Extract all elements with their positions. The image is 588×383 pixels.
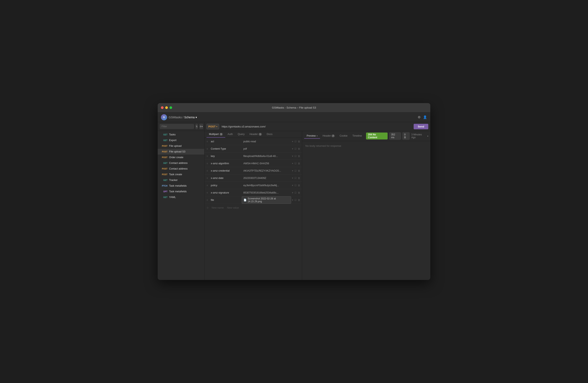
- settings-button[interactable]: ⚙: [418, 115, 420, 119]
- url-input[interactable]: [221, 124, 412, 129]
- param-delete-button[interactable]: 🗑: [298, 169, 300, 172]
- param-dropdown-button[interactable]: ▾: [292, 177, 293, 179]
- new-param-value[interactable]: New value: [225, 205, 240, 211]
- param-check-button[interactable]: ☑: [294, 199, 297, 201]
- sidebar-item[interactable]: PTCH Task metafields: [158, 183, 204, 189]
- param-delete-button[interactable]: 🗑: [298, 199, 300, 201]
- param-delete-button[interactable]: 🗑: [298, 177, 300, 179]
- param-check-button[interactable]: ☑: [294, 184, 297, 187]
- response-tab[interactable]: Cookie: [337, 133, 350, 139]
- method-badge: OPT: [160, 191, 168, 193]
- request-tab[interactable]: Multipart9: [207, 131, 225, 138]
- param-dropdown-button[interactable]: ▾: [292, 199, 293, 201]
- param-value-input[interactable]: [242, 153, 291, 159]
- param-name-input[interactable]: [209, 153, 242, 159]
- drag-handle-icon: ≡: [205, 169, 209, 172]
- param-name-input[interactable]: [209, 168, 242, 173]
- param-check-button[interactable]: ☑: [294, 169, 297, 172]
- sidebar-item[interactable]: POST Task create: [158, 172, 204, 177]
- param-name-input[interactable]: [209, 190, 242, 195]
- param-dropdown-button[interactable]: ▾: [292, 184, 293, 187]
- request-tab[interactable]: Docs: [264, 131, 275, 138]
- param-check-button[interactable]: ☑: [294, 140, 297, 143]
- param-value-input[interactable]: [242, 190, 291, 195]
- param-check-button[interactable]: ☑: [294, 191, 297, 194]
- method-badge: PTCH: [160, 185, 168, 187]
- sidebar-item[interactable]: GET Tasks: [158, 132, 204, 137]
- param-row: ≡ ▾ ☑ 🗑: [205, 182, 302, 189]
- param-value-input[interactable]: [242, 146, 291, 152]
- param-name-input[interactable]: [209, 139, 242, 144]
- param-value-input[interactable]: [242, 168, 291, 173]
- param-delete-button[interactable]: 🗑: [298, 191, 300, 194]
- sidebar-item[interactable]: OPT Task metafields: [158, 189, 204, 194]
- request-tab[interactable]: Query: [235, 131, 247, 138]
- param-row: ≡ ▾ ☑ 🗑: [205, 167, 302, 174]
- sidebar-item[interactable]: GET YAML: [158, 194, 204, 200]
- sidebar-item-label: Task metafields: [169, 184, 187, 187]
- param-value-input[interactable]: [242, 175, 291, 181]
- response-tab[interactable]: Timeline: [350, 133, 364, 139]
- content-area: POST ▾ Send Multipart9AuthQueryHeader1Do…: [205, 122, 430, 280]
- param-check-button[interactable]: ☑: [294, 177, 297, 179]
- sidebar-item[interactable]: GET Contact address: [158, 160, 204, 166]
- sidebar-item-label: Export: [169, 139, 176, 142]
- filter-input[interactable]: [160, 124, 194, 129]
- breadcrumb-schema[interactable]: Schema ▾: [184, 116, 197, 119]
- main-layout: ⇅ ⚙▾ GET Tasks GET Export POST File uplo…: [158, 122, 430, 280]
- minimize-button[interactable]: [165, 106, 168, 109]
- param-actions: ▾ ☑ 🗑: [291, 147, 301, 150]
- param-name-input[interactable]: [209, 161, 242, 166]
- param-dropdown-button[interactable]: ▾: [292, 140, 293, 143]
- sidebar-item[interactable]: POST Order create: [158, 154, 204, 160]
- param-delete-button[interactable]: 🗑: [298, 184, 300, 187]
- user-button[interactable]: 👤: [423, 115, 427, 119]
- request-tab[interactable]: Auth: [225, 131, 235, 138]
- param-dropdown-button[interactable]: ▾: [292, 191, 293, 194]
- param-dropdown-button[interactable]: ▾: [292, 147, 293, 150]
- sidebar-item[interactable]: GET Export: [158, 137, 204, 143]
- param-name-input[interactable]: [209, 175, 242, 181]
- app-window: GSMtasks - Schema – File upload S3 G GSM…: [158, 103, 430, 280]
- param-delete-button[interactable]: 🗑: [298, 147, 300, 150]
- close-button[interactable]: [161, 106, 164, 109]
- sidebar-sort-button[interactable]: ⇅: [195, 124, 198, 129]
- param-delete-button[interactable]: 🗑: [298, 140, 300, 143]
- new-param-row: ⚙ New name New value: [205, 204, 302, 212]
- response-bar: Preview▾Header7CookieTimeline 204 No Con…: [302, 131, 430, 141]
- param-delete-button[interactable]: 🗑: [298, 155, 300, 157]
- param-dropdown-button[interactable]: ▾: [292, 162, 293, 165]
- param-check-button[interactable]: ☑: [294, 155, 297, 157]
- param-check-button[interactable]: ☑: [294, 147, 297, 150]
- param-name-input[interactable]: [209, 146, 242, 152]
- sidebar-item[interactable]: POST File upload S3: [158, 149, 204, 154]
- param-name-input[interactable]: [209, 183, 242, 188]
- request-tab[interactable]: Header1: [247, 131, 264, 138]
- param-value-input[interactable]: [242, 139, 291, 144]
- file-chip[interactable]: 📄 Screenshot 2022-02-26 at 14.15.29.png: [242, 196, 291, 204]
- method-selector[interactable]: POST ▾: [207, 124, 219, 129]
- param-dropdown-button[interactable]: ▾: [292, 169, 293, 172]
- param-check-button[interactable]: ☑: [294, 162, 297, 165]
- param-value-input[interactable]: [242, 183, 291, 188]
- request-bar: POST ▾ Send: [205, 122, 430, 131]
- param-value-input[interactable]: [242, 161, 291, 166]
- sidebar-add-button[interactable]: ⚙▾: [199, 124, 203, 129]
- param-row: ≡ ▾ ☑ 🗑: [205, 138, 302, 145]
- new-param-name[interactable]: New name: [210, 205, 225, 211]
- sidebar-item[interactable]: POST Contact address: [158, 166, 204, 172]
- param-dropdown-button[interactable]: ▾: [292, 155, 293, 157]
- param-delete-button[interactable]: 🗑: [298, 162, 300, 165]
- sidebar-item-label: Contact address: [169, 167, 188, 170]
- response-tab[interactable]: Preview▾: [304, 133, 320, 139]
- param-name-input[interactable]: [209, 197, 242, 203]
- time-ago: 3 Minutes Ago ▾: [411, 133, 428, 139]
- sidebar-item[interactable]: POST File upload: [158, 143, 204, 149]
- send-button[interactable]: Send: [414, 124, 428, 129]
- response-tab-badge: 7: [332, 134, 335, 137]
- sidebar-item[interactable]: GET Tracker: [158, 177, 204, 183]
- sidebar-toolbar: ⇅ ⚙▾: [158, 122, 204, 131]
- maximize-button[interactable]: [169, 106, 172, 109]
- method-badge: POST: [160, 168, 168, 170]
- response-tab[interactable]: Header7: [320, 133, 337, 139]
